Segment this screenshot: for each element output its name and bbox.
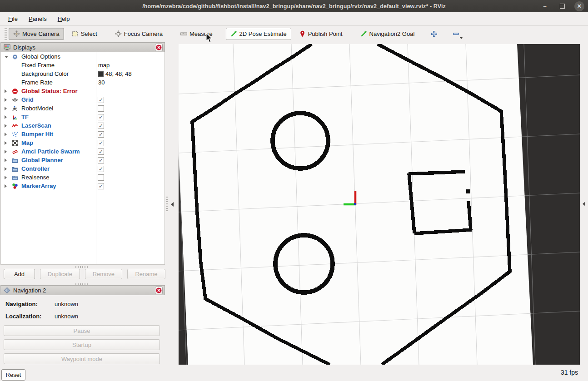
- display-name: LaserScan: [21, 122, 51, 129]
- displays-tree: Global OptionsFixed FramemapBackground C…: [0, 52, 165, 265]
- splitter-dots[interactable]: [75, 266, 89, 268]
- reset-button[interactable]: Reset: [1, 369, 25, 381]
- publish-point-button[interactable]: Publish Point: [294, 28, 347, 40]
- collapse-arrow-icon[interactable]: [5, 176, 7, 179]
- collapse-arrow-icon[interactable]: [5, 141, 7, 145]
- splitter-dots: [166, 197, 168, 212]
- menu-help[interactable]: Help: [53, 14, 75, 24]
- enabled-checkbox[interactable]: ✓: [98, 140, 104, 146]
- enabled-checkbox[interactable]: ✓: [98, 114, 104, 120]
- duplicate-button[interactable]: Duplicate: [40, 269, 80, 279]
- display-row-bumper-hit[interactable]: Bumper Hit✓: [1, 130, 164, 139]
- focus-camera-icon: [115, 30, 122, 37]
- collapse-arrow-icon[interactable]: [5, 115, 7, 119]
- display-name: Bumper Hit: [21, 131, 53, 138]
- collapse-arrow-icon[interactable]: [5, 158, 7, 162]
- display-row-tf[interactable]: TF✓: [1, 113, 164, 121]
- left-splitter-handle[interactable]: [166, 197, 174, 207]
- titlebar[interactable]: /home/mzebra/code/github/fishbot/install…: [0, 0, 588, 12]
- collapse-arrow-icon[interactable]: [5, 124, 7, 128]
- property-name: Background Color: [21, 70, 69, 77]
- property-value[interactable]: 48; 48; 48: [98, 70, 132, 77]
- enabled-checkbox[interactable]: ✓: [98, 123, 104, 129]
- collapse-arrow-icon[interactable]: [5, 98, 7, 102]
- waypoint-mode-button[interactable]: Waypoint mode: [4, 353, 160, 364]
- displays-close-button[interactable]: [155, 44, 163, 51]
- displays-panel-title: Displays: [13, 44, 35, 51]
- minus-icon: [453, 30, 459, 37]
- pause-button[interactable]: Pause: [4, 325, 160, 336]
- menu-panels[interactable]: Panels: [24, 14, 51, 24]
- expand-arrow-icon[interactable]: [5, 56, 8, 58]
- axis-origin: [354, 203, 356, 205]
- toolbar-grip[interactable]: [5, 28, 7, 40]
- render-viewport[interactable]: [179, 44, 580, 365]
- toolbar: Move CameraSelectFocus CameraMeasure2D P…: [0, 26, 588, 42]
- focus-camera-button[interactable]: Focus Camera: [110, 28, 167, 40]
- property-value[interactable]: map: [98, 62, 110, 69]
- enabled-checkbox[interactable]: ✓: [98, 97, 104, 103]
- rviz-window: { "window": { "title": "/home/mzebra/cod…: [0, 0, 588, 381]
- enabled-checkbox[interactable]: ✓: [98, 166, 104, 172]
- status-label: Localization:: [5, 313, 55, 320]
- plus-icon: [431, 30, 438, 37]
- display-name: TF: [21, 114, 29, 120]
- right-splitter-handle[interactable]: [583, 202, 585, 206]
- statusbar: Reset 31 fps: [0, 366, 588, 381]
- display-row-global-status-error[interactable]: Global Status: Error: [1, 87, 164, 95]
- laserscan-icon: [12, 123, 18, 129]
- measure-icon: [180, 30, 187, 37]
- nav2-close-button[interactable]: [155, 287, 163, 294]
- nav2-panel-header[interactable]: Navigation 2: [0, 285, 165, 295]
- display-row-markerarray[interactable]: MarkerArray✓: [1, 182, 164, 190]
- property-row[interactable]: Background Color48; 48; 48: [1, 69, 164, 78]
- enabled-checkbox[interactable]: ✓: [98, 157, 104, 163]
- displays-panel-header[interactable]: Displays: [0, 42, 165, 52]
- display-row-realsense[interactable]: Realsense: [1, 173, 164, 182]
- enabled-checkbox[interactable]: ✓: [98, 148, 104, 155]
- collapse-arrow-icon[interactable]: [5, 184, 7, 188]
- startup-button[interactable]: Startup: [4, 339, 160, 350]
- move-camera-button[interactable]: Move Camera: [9, 28, 64, 40]
- maximize-button[interactable]: [557, 1, 567, 11]
- add-button[interactable]: Add: [4, 269, 35, 279]
- enabled-checkbox[interactable]: [98, 105, 104, 112]
- minimize-button[interactable]: –: [540, 1, 550, 11]
- enabled-checkbox[interactable]: ✓: [98, 131, 104, 138]
- display-row-laserscan[interactable]: LaserScan✓: [1, 121, 164, 130]
- enabled-checkbox[interactable]: [98, 174, 104, 181]
- display-name: Global Options: [21, 53, 60, 60]
- collapse-arrow-icon[interactable]: [5, 167, 7, 171]
- menu-file[interactable]: File: [4, 14, 22, 24]
- display-row-controller[interactable]: Controller✓: [1, 164, 164, 173]
- display-row-amcl-particle-swarm[interactable]: Amcl Particle Swarm✓: [1, 147, 164, 156]
- select-button[interactable]: Select: [67, 28, 102, 40]
- collapse-arrow-icon[interactable]: [5, 89, 7, 93]
- dropdown-caret-icon[interactable]: [460, 37, 463, 39]
- property-row[interactable]: Fixed Framemap: [1, 61, 164, 69]
- minus-button[interactable]: [449, 28, 463, 40]
- property-value-text: 30: [98, 79, 105, 86]
- nav-goal-button[interactable]: Navigation2 Goal: [356, 28, 419, 40]
- close-button[interactable]: ✕: [574, 1, 584, 11]
- display-row-global-planner[interactable]: Global Planner✓: [1, 156, 164, 164]
- display-row-robotmodel[interactable]: RobotModel: [1, 104, 164, 113]
- remove-button[interactable]: Remove: [85, 269, 122, 279]
- status-value: unknown: [55, 301, 78, 307]
- rename-button[interactable]: Rename: [127, 269, 165, 279]
- collapse-arrow-icon[interactable]: [5, 107, 7, 110]
- display-row-grid[interactable]: Grid✓: [1, 95, 164, 104]
- map-view: [179, 44, 580, 365]
- display-name: Global Planner: [21, 157, 63, 163]
- display-name: Global Status: Error: [21, 88, 78, 94]
- plus-button[interactable]: [428, 28, 441, 40]
- collapse-arrow-icon[interactable]: [5, 133, 7, 136]
- enabled-checkbox[interactable]: ✓: [98, 183, 104, 189]
- display-row-global-options[interactable]: Global Options: [1, 52, 164, 61]
- display-row-map[interactable]: Map✓: [1, 139, 164, 147]
- property-row[interactable]: Frame Rate30: [1, 78, 164, 87]
- property-value[interactable]: 30: [98, 79, 105, 86]
- collapse-arrow-icon[interactable]: [5, 150, 7, 153]
- pose-estimate-button[interactable]: 2D Pose Estimate: [226, 28, 291, 40]
- robot-icon: [12, 105, 18, 112]
